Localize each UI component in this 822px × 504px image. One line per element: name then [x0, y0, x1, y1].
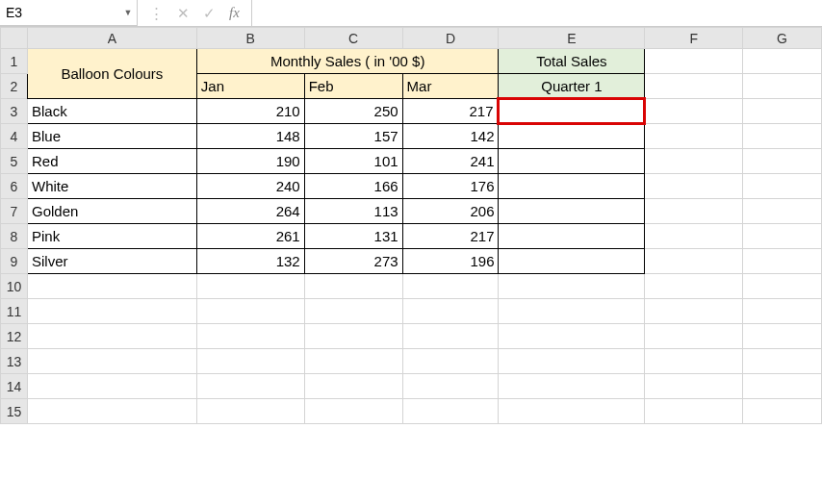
row-hdr-11[interactable]: 11 — [1, 299, 28, 324]
cell-B4[interactable]: 148 — [196, 124, 304, 149]
cell-B8[interactable]: 261 — [196, 224, 304, 249]
row-hdr-15[interactable]: 15 — [1, 399, 28, 424]
cell-E10[interactable] — [499, 274, 645, 299]
cell-F15[interactable] — [645, 399, 743, 424]
cell-F10[interactable] — [645, 274, 743, 299]
cell-E1[interactable]: Total Sales — [499, 49, 645, 74]
cell-G7[interactable] — [743, 199, 822, 224]
cell-F14[interactable] — [645, 374, 743, 399]
cell-F13[interactable] — [645, 349, 743, 374]
cell-G11[interactable] — [743, 299, 822, 324]
cell-D12[interactable] — [402, 324, 499, 349]
cell-A11[interactable] — [27, 299, 196, 324]
col-C[interactable]: C — [304, 28, 402, 49]
row-hdr-8[interactable]: 8 — [1, 224, 28, 249]
cell-E9[interactable] — [499, 249, 645, 274]
cell-C15[interactable] — [304, 399, 402, 424]
col-G[interactable]: G — [743, 28, 822, 49]
cell-A1[interactable]: Balloon Colours — [27, 49, 196, 99]
cell-B11[interactable] — [196, 299, 304, 324]
cell-A9[interactable]: Silver — [27, 249, 196, 274]
cancel-icon[interactable]: ✕ — [177, 5, 190, 22]
vertical-dots-icon[interactable]: ⋮ — [149, 5, 164, 22]
cell-F9[interactable] — [645, 249, 743, 274]
cell-E15[interactable] — [499, 399, 645, 424]
cell-D4[interactable]: 142 — [402, 124, 499, 149]
cell-A7[interactable]: Golden — [27, 199, 196, 224]
cell-B12[interactable] — [196, 324, 304, 349]
cell-F7[interactable] — [645, 199, 743, 224]
cell-C8[interactable]: 131 — [304, 224, 402, 249]
cell-B1[interactable]: Monthly Sales ( in '00 $) — [196, 49, 499, 74]
cell-G13[interactable] — [743, 349, 822, 374]
cell-E11[interactable] — [499, 299, 645, 324]
cell-G14[interactable] — [743, 374, 822, 399]
row-hdr-5[interactable]: 5 — [1, 149, 28, 174]
row-hdr-1[interactable]: 1 — [1, 49, 28, 74]
col-B[interactable]: B — [196, 28, 304, 49]
cell-D6[interactable]: 176 — [402, 174, 499, 199]
cell-G2[interactable] — [743, 74, 822, 99]
cell-G6[interactable] — [743, 174, 822, 199]
cell-F11[interactable] — [645, 299, 743, 324]
cell-F1[interactable] — [645, 49, 743, 74]
cell-D11[interactable] — [402, 299, 499, 324]
cell-C14[interactable] — [304, 374, 402, 399]
cell-F6[interactable] — [645, 174, 743, 199]
cell-B7[interactable]: 264 — [196, 199, 304, 224]
row-hdr-10[interactable]: 10 — [1, 274, 28, 299]
name-box[interactable]: E3 ▼ — [0, 0, 138, 26]
cell-E4[interactable] — [499, 124, 645, 149]
fx-icon[interactable]: fx — [229, 5, 240, 21]
cell-D10[interactable] — [402, 274, 499, 299]
spreadsheet-grid[interactable]: A B C D E F G 1 Balloon Colours Monthly … — [0, 27, 822, 424]
cell-B2[interactable]: Jan — [196, 74, 304, 99]
cell-G8[interactable] — [743, 224, 822, 249]
cell-C2[interactable]: Feb — [304, 74, 402, 99]
cell-C4[interactable]: 157 — [304, 124, 402, 149]
cell-E5[interactable] — [499, 149, 645, 174]
cell-D5[interactable]: 241 — [402, 149, 499, 174]
cell-B3[interactable]: 210 — [196, 99, 304, 124]
row-hdr-2[interactable]: 2 — [1, 74, 28, 99]
cell-F12[interactable] — [645, 324, 743, 349]
col-E[interactable]: E — [499, 28, 645, 49]
cell-C12[interactable] — [304, 324, 402, 349]
row-hdr-6[interactable]: 6 — [1, 174, 28, 199]
cell-B6[interactable]: 240 — [196, 174, 304, 199]
cell-A10[interactable] — [27, 274, 196, 299]
cell-A12[interactable] — [27, 324, 196, 349]
cell-E7[interactable] — [499, 199, 645, 224]
cell-G10[interactable] — [743, 274, 822, 299]
cell-E12[interactable] — [499, 324, 645, 349]
cell-B14[interactable] — [196, 374, 304, 399]
cell-C13[interactable] — [304, 349, 402, 374]
col-F[interactable]: F — [645, 28, 743, 49]
row-hdr-4[interactable]: 4 — [1, 124, 28, 149]
cell-B5[interactable]: 190 — [196, 149, 304, 174]
cell-C11[interactable] — [304, 299, 402, 324]
cell-F2[interactable] — [645, 74, 743, 99]
cell-C5[interactable]: 101 — [304, 149, 402, 174]
cell-B9[interactable]: 132 — [196, 249, 304, 274]
cell-C3[interactable]: 250 — [304, 99, 402, 124]
cell-D7[interactable]: 206 — [402, 199, 499, 224]
cell-A14[interactable] — [27, 374, 196, 399]
cell-A3[interactable]: Black — [27, 99, 196, 124]
formula-input[interactable] — [252, 0, 822, 26]
cell-C7[interactable]: 113 — [304, 199, 402, 224]
select-all-corner[interactable] — [1, 28, 28, 49]
cell-A5[interactable]: Red — [27, 149, 196, 174]
cell-C10[interactable] — [304, 274, 402, 299]
cell-E2[interactable]: Quarter 1 — [499, 74, 645, 99]
cell-D14[interactable] — [402, 374, 499, 399]
cell-F3[interactable] — [645, 99, 743, 124]
cell-D9[interactable]: 196 — [402, 249, 499, 274]
cell-C6[interactable]: 166 — [304, 174, 402, 199]
cell-A13[interactable] — [27, 349, 196, 374]
row-hdr-9[interactable]: 9 — [1, 249, 28, 274]
cell-F4[interactable] — [645, 124, 743, 149]
cell-B10[interactable] — [196, 274, 304, 299]
row-hdr-3[interactable]: 3 — [1, 99, 28, 124]
dropdown-icon[interactable]: ▼ — [119, 8, 137, 17]
